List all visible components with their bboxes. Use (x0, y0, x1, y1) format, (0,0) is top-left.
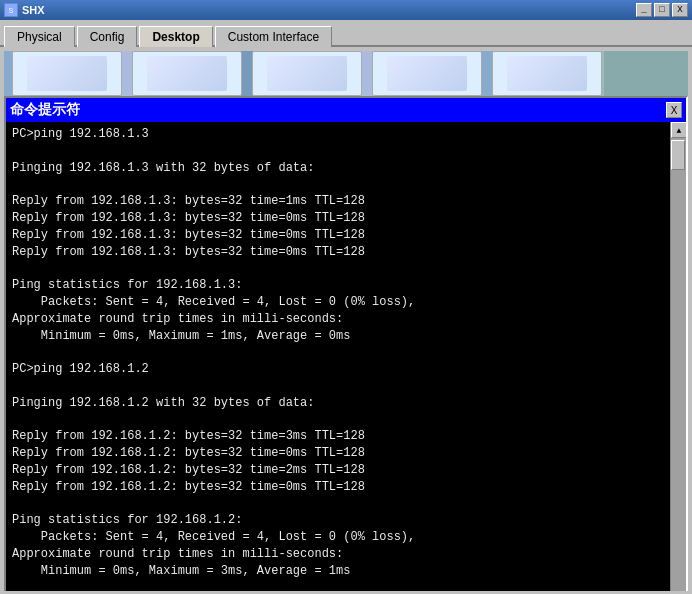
minimize-button[interactable]: _ (636, 3, 652, 17)
app-icon-text: S (9, 6, 14, 15)
scroll-up-button[interactable]: ▲ (671, 122, 686, 138)
bg-card-4 (372, 51, 482, 96)
bg-card-img-4 (387, 56, 467, 91)
title-bar: S SHX _ □ X (0, 0, 692, 20)
tab-bar: Physical Config Desktop Custom Interface (0, 20, 692, 47)
bg-card-img-1 (27, 56, 107, 91)
window-title: SHX (22, 4, 45, 16)
tab-config[interactable]: Config (77, 26, 138, 47)
maximize-button[interactable]: □ (654, 3, 670, 17)
cmd-title-text: 命令提示符 (10, 101, 80, 119)
bg-card-2 (132, 51, 242, 96)
tab-physical[interactable]: Physical (4, 26, 75, 47)
vertical-scrollbar: ▲ ▼ (670, 122, 686, 591)
cmd-title-bar: 命令提示符 X (6, 98, 686, 122)
title-bar-left: S SHX (4, 3, 45, 17)
bg-card-3 (252, 51, 362, 96)
app-icon: S (4, 3, 18, 17)
title-bar-controls: _ □ X (636, 3, 688, 17)
cmd-close-button[interactable]: X (666, 102, 682, 118)
cmd-window: 命令提示符 X PC>ping 192.168.1.3 Pinging 192.… (4, 96, 688, 591)
main-area: 命令提示符 X PC>ping 192.168.1.3 Pinging 192.… (0, 47, 692, 591)
cmd-content[interactable]: PC>ping 192.168.1.3 Pinging 192.168.1.3 … (6, 122, 670, 591)
bg-card-img-2 (147, 56, 227, 91)
bg-card-1 (12, 51, 122, 96)
cmd-content-wrapper: PC>ping 192.168.1.3 Pinging 192.168.1.3 … (6, 122, 686, 591)
bg-strip (4, 51, 688, 96)
scrollbar-track (671, 138, 686, 591)
window-close-button[interactable]: X (672, 3, 688, 17)
tab-desktop[interactable]: Desktop (139, 26, 212, 47)
bg-card-img-3 (267, 56, 347, 91)
bg-card-5 (492, 51, 602, 96)
tab-custom-interface[interactable]: Custom Interface (215, 26, 332, 47)
scrollbar-thumb[interactable] (671, 140, 685, 170)
bg-card-img-5 (507, 56, 587, 91)
